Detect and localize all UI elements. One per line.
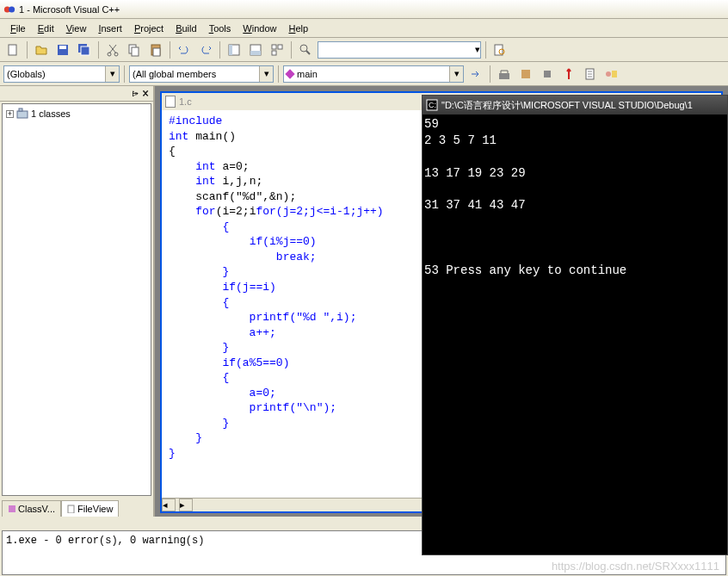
members-combo[interactable]: (All global members▾: [129, 65, 274, 83]
svg-rect-6: [81, 46, 89, 55]
class-tree[interactable]: + 1 classes: [2, 103, 151, 496]
svg-rect-30: [19, 108, 22, 111]
build-button[interactable]: [516, 65, 535, 84]
menu-view[interactable]: View: [61, 22, 92, 35]
find-button[interactable]: [296, 40, 315, 59]
svg-rect-16: [250, 51, 261, 55]
find-combo[interactable]: ▾: [318, 41, 481, 59]
svg-rect-14: [229, 45, 232, 55]
stopbuild-button[interactable]: [538, 65, 557, 84]
workspace-panel: ⩥ ✕ + 1 classes ClassV... FileView: [0, 86, 155, 517]
go-button[interactable]: [581, 65, 600, 84]
console-output: 59 2 3 5 7 11 13 17 19 23 29 31 37 41 43…: [423, 115, 727, 281]
app-icon: [3, 3, 15, 15]
findinfile-button[interactable]: [490, 40, 509, 59]
svg-rect-10: [132, 47, 139, 56]
undo-button[interactable]: [175, 40, 194, 59]
tree-root[interactable]: + 1 classes: [6, 108, 147, 120]
svg-rect-12: [153, 48, 160, 56]
svg-rect-21: [495, 45, 503, 55]
breakpoint-button[interactable]: [602, 65, 621, 84]
window-title: 1 - Microsoft Visual C++: [19, 4, 120, 15]
svg-rect-24: [521, 70, 530, 78]
svg-rect-25: [544, 71, 551, 77]
svg-rect-2: [9, 45, 16, 55]
svg-rect-18: [278, 45, 282, 49]
window-titlebar: 1 - Microsoft Visual C++: [0, 0, 728, 19]
file-icon: [165, 96, 176, 108]
svg-rect-17: [272, 45, 276, 49]
svg-rect-28: [612, 71, 617, 77]
menubar: File Edit View Insert Project Build Tool…: [0, 19, 728, 38]
execute-button[interactable]: [559, 65, 578, 84]
svg-point-27: [606, 71, 611, 77]
toolbar-standard: ▾: [0, 38, 728, 62]
new-button[interactable]: [3, 40, 22, 59]
goto-button[interactable]: [466, 65, 485, 84]
workspace-tabs: ClassV... FileView: [0, 498, 153, 517]
output-text: 1.exe - 0 error(s), 0 warning(s): [6, 535, 204, 547]
menu-tools[interactable]: Tools: [204, 22, 237, 35]
tab-classview[interactable]: ClassV...: [2, 500, 61, 517]
scroll-left-button[interactable]: ◂: [162, 499, 176, 511]
console-titlebar[interactable]: C: "D:\C语言程序设计\MICROSOFT VISUAL STUDIO\D…: [423, 96, 727, 115]
svg-rect-23: [499, 73, 509, 79]
menu-help[interactable]: Help: [283, 22, 313, 35]
menu-insert[interactable]: Insert: [93, 22, 127, 35]
console-title: "D:\C语言程序设计\MICROSOFT VISUAL STUDIO\Debu…: [441, 99, 693, 112]
menu-build[interactable]: Build: [170, 22, 201, 35]
tree-root-label: 1 classes: [31, 108, 71, 119]
menu-file[interactable]: File: [5, 22, 31, 35]
scope-combo[interactable]: (Globals)▾: [3, 65, 120, 83]
workspace-button[interactable]: [225, 40, 244, 59]
classes-icon: [16, 108, 28, 120]
output-button[interactable]: [246, 40, 265, 59]
svg-rect-4: [59, 46, 66, 49]
svg-rect-32: [68, 505, 74, 513]
open-button[interactable]: [32, 40, 51, 59]
function-combo[interactable]: main▾: [283, 65, 464, 83]
windowlist-button[interactable]: [268, 40, 287, 59]
svg-text:C:: C:: [429, 101, 436, 109]
scroll-right-button[interactable]: ▸: [179, 499, 193, 511]
redo-button[interactable]: [196, 40, 215, 59]
tab-fileview[interactable]: FileView: [61, 500, 119, 517]
menu-edit[interactable]: Edit: [33, 22, 59, 35]
cut-button[interactable]: [103, 40, 122, 59]
svg-rect-31: [9, 505, 15, 512]
paste-button[interactable]: [146, 40, 165, 59]
console-icon: C:: [426, 99, 438, 111]
compile-button[interactable]: [495, 65, 514, 84]
svg-point-20: [300, 45, 307, 52]
svg-point-1: [9, 6, 15, 12]
watermark: https://blog.csdn.net/SRXxxx1111: [552, 560, 719, 573]
svg-rect-29: [17, 111, 28, 118]
menu-window[interactable]: Window: [238, 22, 281, 35]
console-window: C: "D:\C语言程序设计\MICROSOFT VISUAL STUDIO\D…: [422, 95, 728, 555]
expand-icon[interactable]: +: [6, 110, 14, 118]
svg-rect-19: [272, 51, 276, 55]
toolbar-wizard: (Globals)▾ (All global members▾ main▾: [0, 62, 728, 86]
copy-button[interactable]: [125, 40, 144, 59]
save-button[interactable]: [53, 40, 72, 59]
editor-filename: 1.c: [179, 96, 192, 107]
saveall-button[interactable]: [75, 40, 94, 59]
panel-header: ⩥ ✕: [0, 86, 153, 102]
menu-project[interactable]: Project: [129, 22, 169, 35]
